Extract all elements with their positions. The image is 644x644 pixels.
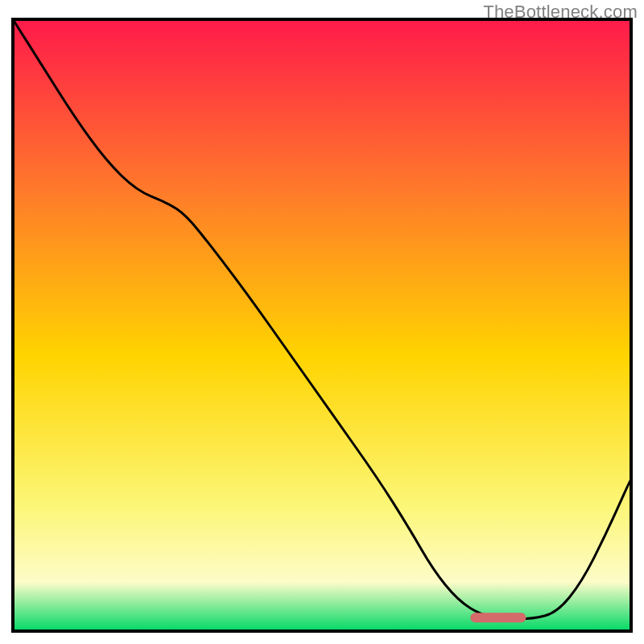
optimum-marker <box>470 613 526 622</box>
watermark-text: TheBottleneck.com <box>483 2 638 23</box>
plot-background <box>13 19 631 631</box>
chart-container: TheBottleneck.com <box>0 0 644 644</box>
bottleneck-chart <box>0 0 644 644</box>
